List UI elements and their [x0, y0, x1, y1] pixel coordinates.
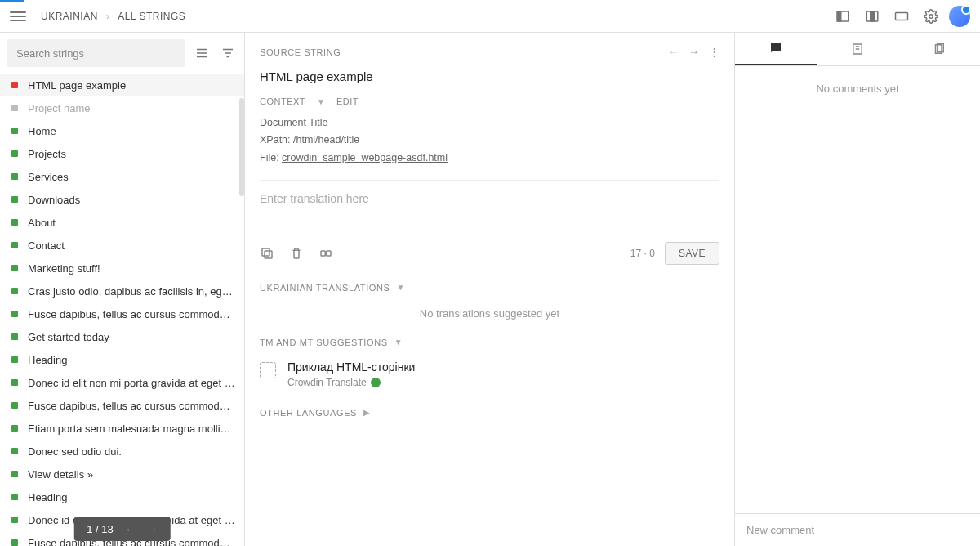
- context-title: Document Title: [260, 114, 719, 132]
- suggestion-item[interactable]: Приклад HTML-сторінки Crowdin Translate: [260, 359, 719, 390]
- edit-context-button[interactable]: EDIT: [336, 96, 359, 106]
- svg-rect-15: [262, 248, 270, 256]
- string-text: Projects: [28, 148, 66, 160]
- tab-comments[interactable]: [735, 33, 817, 65]
- string-text: Project name: [28, 102, 91, 114]
- prev-string-button[interactable]: ←: [668, 46, 679, 58]
- pager-prev-button[interactable]: ←: [125, 523, 136, 535]
- copy-source-button[interactable]: [260, 246, 274, 261]
- other-languages-label: OTHER LANGUAGES: [260, 408, 357, 418]
- layout-toggle-center-button[interactable]: [861, 5, 884, 28]
- chevron-down-icon[interactable]: ▼: [394, 338, 403, 347]
- string-text: Get started today: [28, 331, 109, 343]
- string-row[interactable]: Project name: [0, 96, 244, 119]
- verified-icon: [371, 378, 381, 387]
- pager: 1 / 13 ← →: [74, 517, 171, 541]
- tab-file[interactable]: [898, 33, 980, 65]
- string-text: Etiam porta sem malesuada magna mollis e…: [28, 423, 236, 435]
- string-row[interactable]: Get started today: [0, 325, 244, 348]
- status-dot: [11, 517, 18, 523]
- status-dot: [11, 219, 18, 226]
- string-row[interactable]: Heading: [0, 486, 244, 508]
- string-text: Cras justo odio, dapibus ac facilisis in…: [28, 285, 236, 298]
- breadcrumb-language[interactable]: UKRAINIAN: [41, 11, 98, 22]
- string-row[interactable]: Services: [0, 165, 244, 188]
- string-row[interactable]: Donec id elit non mi porta gravida at eg…: [0, 371, 244, 394]
- settings-button[interactable]: [920, 5, 942, 28]
- status-dot: [11, 242, 18, 248]
- list-view-button[interactable]: [192, 43, 212, 63]
- translations-empty: No translations suggested yet: [260, 307, 719, 320]
- comments-empty: No comments yet: [735, 66, 980, 513]
- string-row[interactable]: Heading: [0, 348, 244, 371]
- chevron-right-icon[interactable]: ▶: [363, 408, 370, 417]
- suggestion-source: Crowdin Translate: [287, 377, 367, 388]
- xpath-label: XPath:: [260, 134, 291, 145]
- string-text: Fusce dapibus, tellus ac cursus commodo,…: [28, 308, 236, 320]
- strings-list: HTML page exampleProject nameHomeProject…: [0, 74, 244, 546]
- context-label: CONTEXT: [260, 96, 305, 106]
- string-row[interactable]: View details »: [0, 463, 244, 486]
- string-row[interactable]: HTML page example: [0, 74, 244, 96]
- string-text: Donec id elit non mi porta gravida at eg…: [28, 377, 236, 389]
- status-dot: [11, 288, 18, 294]
- string-text: Heading: [28, 354, 67, 366]
- chevron-down-icon[interactable]: ▼: [397, 283, 405, 292]
- status-dot: [11, 333, 18, 340]
- string-text: About: [28, 217, 56, 229]
- string-row[interactable]: Downloads: [0, 188, 244, 211]
- tm-section-label: TM AND MT SUGGESTIONS: [260, 338, 388, 347]
- loading-indicator: [0, 0, 24, 2]
- status-dot: [11, 471, 18, 477]
- search-input[interactable]: [7, 39, 185, 67]
- translation-input[interactable]: [260, 192, 719, 231]
- more-button[interactable]: ⋮: [709, 46, 719, 58]
- svg-rect-17: [327, 251, 331, 256]
- editor-pane: SOURCE STRING ← → ⋮ HTML page example CO…: [245, 33, 735, 546]
- string-row[interactable]: About: [0, 211, 244, 234]
- string-row[interactable]: Marketing stuff!: [0, 257, 244, 280]
- string-row[interactable]: Fusce dapibus, tellus ac cursus commodo,…: [0, 302, 244, 325]
- scrollbar[interactable]: [239, 98, 244, 196]
- svg-rect-1: [837, 11, 841, 21]
- string-text: Home: [28, 125, 56, 137]
- save-button[interactable]: SAVE: [665, 242, 719, 265]
- string-text: Fusce dapibus, tellus ac cursus commodo,…: [28, 400, 236, 412]
- next-string-button[interactable]: →: [688, 46, 699, 58]
- insert-tag-button[interactable]: [318, 246, 333, 261]
- top-bar: UKRAINIAN › ALL STRINGS: [0, 0, 980, 33]
- layout-toggle-left-button[interactable]: [831, 5, 854, 28]
- string-row[interactable]: Projects: [0, 142, 244, 165]
- status-dot: [11, 425, 18, 432]
- avatar[interactable]: [949, 6, 970, 27]
- status-dot: [11, 402, 18, 409]
- string-text: Marketing stuff!: [28, 262, 100, 275]
- string-row[interactable]: Home: [0, 119, 244, 142]
- translations-section-label: UKRAINIAN TRANSLATIONS: [260, 283, 390, 293]
- status-dot: [11, 173, 18, 180]
- menu-button[interactable]: [10, 8, 26, 25]
- status-dot: [11, 105, 18, 111]
- string-row[interactable]: Donec sed odio dui.: [0, 440, 244, 463]
- context-block: Document Title XPath: /html/head/title F…: [260, 114, 719, 167]
- file-link[interactable]: crowdin_sample_webpage-asdf.html: [282, 152, 448, 163]
- filter-button[interactable]: [218, 43, 238, 63]
- pager-label: 1 / 13: [87, 523, 114, 535]
- char-count: 17 · 0: [630, 248, 655, 259]
- strings-sidebar: HTML page exampleProject nameHomeProject…: [0, 33, 245, 546]
- new-comment-input[interactable]: [746, 524, 969, 536]
- suggestion-text: Приклад HTML-сторінки: [287, 360, 415, 374]
- status-dot: [11, 311, 18, 317]
- string-row[interactable]: Contact: [0, 234, 244, 257]
- string-row[interactable]: Fusce dapibus, tellus ac cursus commodo,…: [0, 394, 244, 417]
- string-row[interactable]: Etiam porta sem malesuada magna mollis e…: [0, 417, 244, 440]
- clear-button[interactable]: [289, 246, 304, 261]
- status-dot: [11, 265, 18, 271]
- string-row[interactable]: Cras justo odio, dapibus ac facilisis in…: [0, 280, 244, 302]
- keyboard-button[interactable]: [890, 5, 913, 28]
- status-dot: [11, 196, 18, 203]
- breadcrumb-view[interactable]: ALL STRINGS: [118, 11, 185, 22]
- tab-terms[interactable]: [817, 33, 898, 65]
- pager-next-button[interactable]: →: [147, 523, 158, 535]
- string-text: HTML page example: [28, 79, 126, 92]
